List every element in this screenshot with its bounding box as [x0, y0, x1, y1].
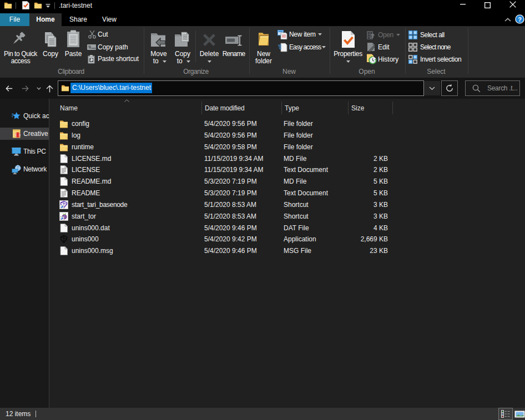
- svg-text:?: ?: [518, 16, 522, 23]
